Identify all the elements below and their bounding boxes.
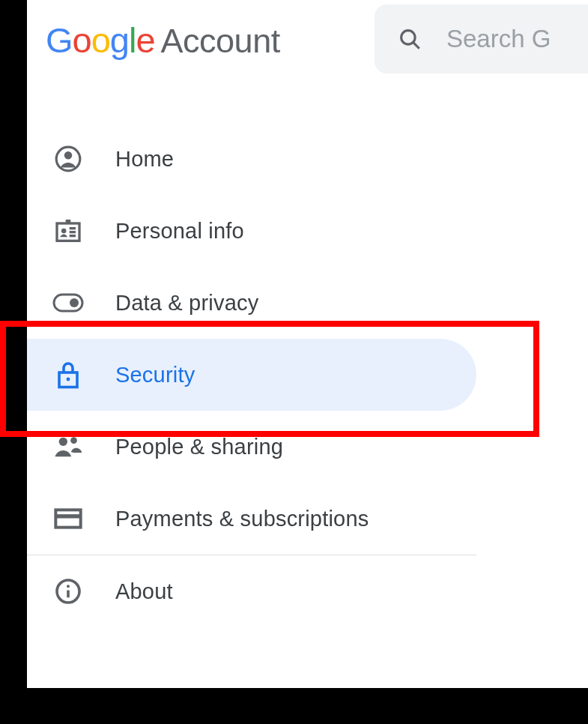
sidebar-item-label: Home <box>115 147 174 172</box>
app-frame: Google Account Home Personal info <box>27 0 588 688</box>
info-icon <box>49 578 87 605</box>
sidebar-item-people-sharing[interactable]: People & sharing <box>27 411 476 483</box>
sidebar-item-home[interactable]: Home <box>27 123 476 195</box>
sidebar-item-label: Personal info <box>115 219 244 244</box>
person-circle-icon <box>49 145 87 173</box>
sidebar-item-label: Data & privacy <box>115 291 258 316</box>
toggle-icon <box>49 292 87 313</box>
svg-rect-4 <box>57 223 79 241</box>
header: Google Account <box>27 0 588 97</box>
sidebar-item-label: Payments & subscriptions <box>115 507 369 531</box>
svg-line-1 <box>413 43 419 49</box>
svg-rect-17 <box>55 514 80 518</box>
svg-rect-5 <box>66 220 71 223</box>
sidebar-item-about[interactable]: About <box>27 555 476 627</box>
sidebar-nav: Home Personal info Data & privacy Securi… <box>27 123 476 627</box>
svg-point-14 <box>59 438 67 446</box>
svg-point-6 <box>61 229 67 234</box>
sidebar-item-personal-info[interactable]: Personal info <box>27 195 476 267</box>
sidebar-item-label: Security <box>115 363 195 387</box>
google-logo-text: Google <box>46 19 155 61</box>
account-brand-text: Account <box>161 22 280 61</box>
credit-card-icon <box>49 507 87 531</box>
svg-point-3 <box>64 151 72 159</box>
id-card-icon <box>49 216 87 246</box>
google-account-logo[interactable]: Google Account <box>46 19 280 61</box>
sidebar-item-payments[interactable]: Payments & subscriptions <box>27 483 476 555</box>
search-input[interactable] <box>446 25 588 53</box>
sidebar-item-data-privacy[interactable]: Data & privacy <box>27 267 476 339</box>
sidebar-item-security[interactable]: Security <box>27 339 476 411</box>
search-bar[interactable] <box>375 4 588 73</box>
svg-point-19 <box>67 585 70 588</box>
svg-rect-16 <box>55 510 80 527</box>
svg-point-15 <box>70 437 77 444</box>
sidebar-item-label: About <box>115 579 173 604</box>
svg-point-0 <box>401 31 415 44</box>
svg-point-11 <box>70 298 79 307</box>
people-icon <box>49 434 87 459</box>
search-icon <box>397 26 422 52</box>
lock-icon <box>49 360 87 390</box>
svg-point-13 <box>67 378 70 381</box>
sidebar-item-label: People & sharing <box>115 435 283 459</box>
